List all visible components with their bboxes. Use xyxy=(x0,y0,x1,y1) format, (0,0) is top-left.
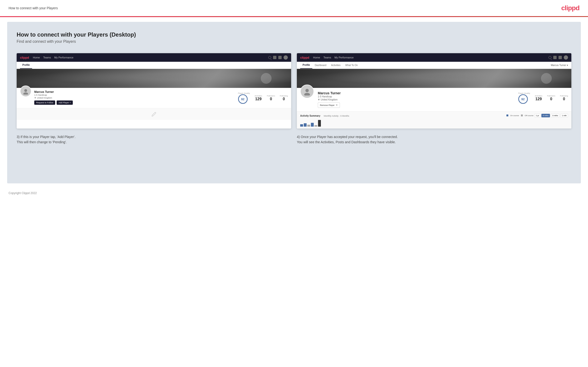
left-user-icon[interactable] xyxy=(273,56,277,59)
svg-point-6 xyxy=(304,93,310,95)
right-activity-summary: Activity Summary Monthly Activity - 6 Mo… xyxy=(297,111,571,128)
right-tab-what-to-on[interactable]: What To On xyxy=(343,62,360,69)
left-nav-avatar[interactable] xyxy=(284,55,288,60)
right-tab-activities[interactable]: Activities xyxy=(329,62,343,69)
left-avatar xyxy=(20,85,31,97)
right-player-name: Marcus Turner xyxy=(318,91,515,95)
right-quality-label: Player Quality xyxy=(518,92,530,94)
remove-player-x: ✕ xyxy=(336,104,338,107)
right-nav-home[interactable]: Home xyxy=(313,56,320,59)
left-tab-profile[interactable]: Profile xyxy=(20,62,32,69)
left-nav-home[interactable]: Home xyxy=(33,56,40,59)
clippd-logo: clippd xyxy=(561,4,579,12)
left-quality-circle: 92 xyxy=(238,94,248,104)
right-player-handicap: 1-5 Handicap xyxy=(318,95,515,98)
left-player-name: Marcus Turner xyxy=(34,90,235,94)
right-search-icon[interactable] xyxy=(548,56,551,59)
add-player-button[interactable]: Add Player + xyxy=(57,100,73,105)
off-course-label: Off course xyxy=(525,115,534,117)
main-content: How to connect with your Players (Deskto… xyxy=(7,22,581,184)
left-followers-value: 0 xyxy=(267,97,275,101)
right-tab-dashboard[interactable]: Dashboard xyxy=(312,62,329,69)
right-followers-label: Followers xyxy=(547,95,555,97)
main-subtitle: Find and connect with your Players xyxy=(17,39,571,44)
left-app-nav: clippd Home Teams My Performance xyxy=(17,53,291,62)
right-description-col: 4) Once your Player has accepted your re… xyxy=(297,134,571,145)
right-followers-value: 0 xyxy=(547,97,555,101)
request-follow-button[interactable]: Request to Follow xyxy=(34,100,55,105)
left-quality-label: Player Quality xyxy=(238,92,250,94)
breadcrumb: How to connect with your Players xyxy=(9,6,58,10)
right-nav-items: Home Teams My Performance xyxy=(313,56,548,59)
left-followers-stat: Followers 0 xyxy=(267,95,275,101)
left-profile-buttons: Request to Follow Add Player + xyxy=(34,100,235,105)
left-bottom-area xyxy=(17,108,291,120)
right-mock-window: clippd Home Teams My Performance xyxy=(297,53,571,128)
left-nav-teams[interactable]: Teams xyxy=(43,56,51,59)
right-nav-avatar[interactable] xyxy=(564,55,568,60)
right-nav-logo: clippd xyxy=(300,56,309,59)
left-activities-stat: Activities 129 xyxy=(254,95,262,101)
right-following-stat: Following 0 xyxy=(560,95,568,101)
bar-6 xyxy=(318,120,321,127)
bar-4 xyxy=(311,123,314,127)
left-following-label: Following xyxy=(280,95,288,97)
location-icon xyxy=(34,97,36,99)
left-nav-performance[interactable]: My Performance xyxy=(54,56,73,59)
left-following-stat: Following 0 xyxy=(280,95,288,101)
left-player-handicap: 1-5 Handicap xyxy=(34,94,235,96)
footer: Copyright Clippd 2022 xyxy=(0,188,588,198)
right-nav-performance[interactable]: My Performance xyxy=(334,56,354,59)
left-quality-stat: Player Quality 92 xyxy=(238,92,250,104)
left-profile-info: Marcus Turner 1-5 Handicap United Kingdo… xyxy=(34,90,235,105)
description-row: 3) If this is your Player tap, 'Add Play… xyxy=(17,134,571,145)
right-quality-circle: 92 xyxy=(518,94,528,104)
left-screenshot-col: clippd Home Teams My Performance xyxy=(17,53,291,128)
left-player-location: United Kingdom xyxy=(34,97,235,99)
right-following-label: Following xyxy=(560,95,568,97)
right-settings-icon[interactable] xyxy=(559,56,562,59)
right-tab-profile[interactable]: Profile xyxy=(300,62,312,69)
right-banner xyxy=(297,69,571,88)
svg-point-0 xyxy=(261,73,271,83)
right-activity-header: Activity Summary Monthly Activity - 6 Mo… xyxy=(300,113,568,117)
right-activities-stat: Activities 129 xyxy=(535,95,542,101)
right-screenshot-col: clippd Home Teams My Performance xyxy=(297,53,571,128)
copyright-text: Copyright Clippd 2022 xyxy=(9,192,37,195)
left-search-icon[interactable] xyxy=(268,56,271,59)
filter-1mth[interactable]: 1 mth xyxy=(560,114,568,117)
right-nav-teams[interactable]: Teams xyxy=(323,56,331,59)
left-banner-overlay xyxy=(17,69,291,88)
left-activities-label: Activities xyxy=(254,95,262,97)
left-settings-icon[interactable] xyxy=(278,56,282,59)
left-profile-section: Marcus Turner 1-5 Handicap United Kingdo… xyxy=(17,88,291,108)
right-location-icon xyxy=(318,99,320,101)
right-activities-value: 129 xyxy=(535,97,542,101)
right-avatar xyxy=(300,84,314,98)
bar-1 xyxy=(300,124,303,127)
right-user-icon[interactable] xyxy=(553,56,557,59)
right-activity-title-group: Activity Summary Monthly Activity - 6 Mo… xyxy=(300,113,349,117)
left-nav-icons xyxy=(268,55,288,60)
left-tab-bar: Profile xyxy=(17,62,291,69)
off-course-dot xyxy=(521,115,523,117)
filter-3mths[interactable]: 3 mths xyxy=(551,114,560,117)
remove-player-button[interactable]: Remove Player ✕ xyxy=(318,102,340,108)
left-banner xyxy=(17,69,291,88)
right-quality-stat: Player Quality 92 xyxy=(518,92,530,104)
left-activities-value: 129 xyxy=(254,97,262,101)
filter-6mths[interactable]: 6 mths xyxy=(541,114,550,117)
right-profile-info: Marcus Turner 1-5 Handicap United Kingdo… xyxy=(318,90,515,108)
right-tab-bar: Profile Dashboard Activities What To On … xyxy=(297,62,571,69)
filter-1yr[interactable]: 1 yr xyxy=(535,114,540,117)
bar-5 xyxy=(314,125,317,127)
bar-2 xyxy=(304,123,307,127)
svg-point-1 xyxy=(24,89,27,92)
right-tab-user[interactable]: Marcus Turner ▾ xyxy=(551,64,568,67)
right-followers-stat: Followers 0 xyxy=(547,95,555,101)
left-mock-window: clippd Home Teams My Performance xyxy=(17,53,291,128)
left-description-col: 3) If this is your Player tap, 'Add Play… xyxy=(17,134,291,145)
left-followers-label: Followers xyxy=(267,95,275,97)
svg-point-4 xyxy=(541,73,552,83)
right-banner-overlay xyxy=(297,69,571,88)
